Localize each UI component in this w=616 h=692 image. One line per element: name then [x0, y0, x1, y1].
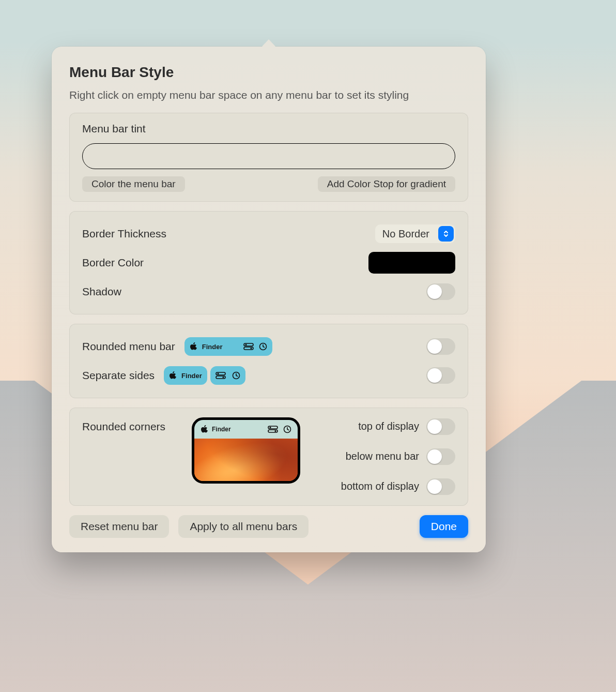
separate-sides-preview: Finder — [164, 366, 245, 385]
shadow-label: Shadow — [82, 285, 121, 298]
menu-bar-style-popover: Menu Bar Style Right click on empty menu… — [52, 47, 486, 552]
rounded-menu-bar-label: Rounded menu bar — [82, 340, 175, 353]
below-menu-bar-toggle[interactable] — [426, 448, 455, 465]
svg-point-11 — [269, 427, 271, 428]
popover-subtitle: Right click on empty menu bar space on a… — [69, 89, 468, 101]
apple-icon — [169, 371, 176, 380]
separate-sides-toggle[interactable] — [426, 367, 455, 384]
rounded-corners-group: Rounded corners Finder — [69, 408, 468, 506]
svg-point-3 — [250, 348, 252, 349]
border-color-label: Border Color — [82, 257, 144, 269]
rounded-corners-preview: Finder — [192, 417, 300, 484]
apple-icon — [201, 425, 208, 433]
clock-icon — [259, 342, 267, 351]
border-color-well[interactable] — [368, 252, 455, 274]
border-thickness-value: No Border — [375, 228, 437, 240]
clock-icon — [283, 425, 291, 433]
shadow-toggle[interactable] — [426, 283, 455, 300]
preview-app-name: Finder — [181, 372, 202, 380]
apply-to-all-button[interactable]: Apply to all menu bars — [178, 515, 309, 538]
clock-icon — [232, 371, 240, 380]
tint-color-well[interactable] — [82, 143, 455, 169]
tint-group: Menu bar tint Color the menu bar Add Col… — [69, 113, 468, 202]
control-center-icon — [268, 426, 278, 433]
add-color-stop-button[interactable]: Add Color Stop for gradient — [318, 176, 455, 192]
tint-label: Menu bar tint — [82, 123, 455, 135]
control-center-icon — [215, 372, 226, 379]
bottom-of-display-toggle[interactable] — [426, 478, 455, 495]
chevron-up-down-icon — [438, 226, 454, 242]
popover-footer: Reset menu bar Apply to all menu bars Do… — [69, 515, 468, 538]
svg-point-1 — [245, 344, 247, 345]
rounded-menu-bar-preview: Finder — [184, 337, 272, 356]
below-menu-bar-label: below menu bar — [316, 447, 419, 462]
svg-point-6 — [217, 373, 219, 374]
top-of-display-toggle[interactable] — [426, 418, 455, 435]
border-thickness-label: Border Thickness — [82, 228, 166, 240]
svg-point-13 — [274, 430, 276, 432]
rounded-corners-label: Rounded corners — [82, 417, 165, 433]
rounded-menu-bar-toggle[interactable] — [426, 338, 455, 355]
bottom-of-display-label: bottom of display — [316, 477, 419, 492]
border-group: Border Thickness No Border Border Color … — [69, 211, 468, 314]
apple-icon — [190, 342, 197, 351]
separate-sides-label: Separate sides — [82, 369, 155, 382]
popover-title: Menu Bar Style — [69, 64, 468, 81]
control-center-icon — [243, 343, 254, 350]
done-button[interactable]: Done — [420, 515, 468, 538]
reset-menu-bar-button[interactable]: Reset menu bar — [69, 515, 169, 538]
desktop-menu-bar-area — [0, 0, 616, 38]
color-menu-bar-button[interactable]: Color the menu bar — [82, 176, 185, 192]
rounded-menu-bar-group: Rounded menu bar Finder — [69, 324, 468, 398]
border-thickness-select[interactable]: No Border — [375, 224, 455, 243]
preview-app-name: Finder — [212, 426, 231, 433]
svg-point-8 — [222, 377, 224, 378]
top-of-display-label: top of display — [316, 417, 419, 432]
preview-app-name: Finder — [202, 343, 223, 351]
